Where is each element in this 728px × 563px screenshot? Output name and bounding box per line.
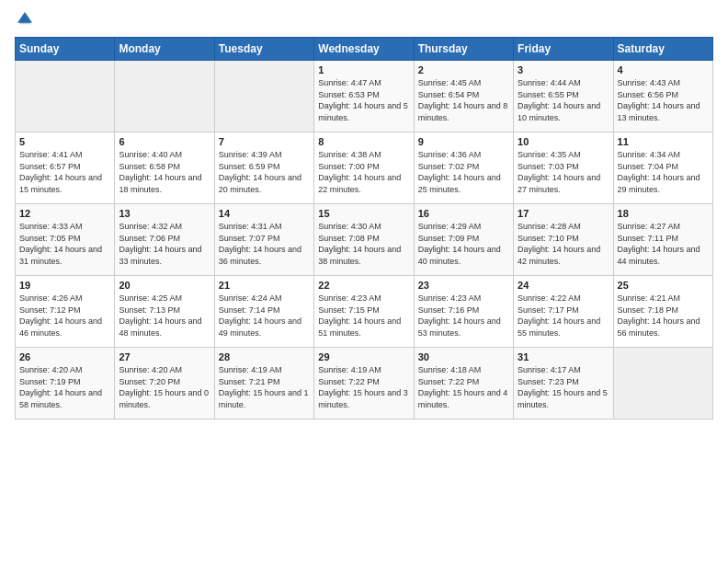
day-info: Sunrise: 4:30 AMSunset: 7:08 PMDaylight:… [318,221,409,267]
calendar-cell: 24Sunrise: 4:22 AMSunset: 7:17 PMDayligh… [514,276,613,348]
calendar-cell: 23Sunrise: 4:23 AMSunset: 7:16 PMDayligh… [414,276,513,348]
day-number: 22 [318,280,409,291]
day-number: 10 [518,136,609,147]
day-number: 17 [518,208,609,219]
calendar-cell: 16Sunrise: 4:29 AMSunset: 7:09 PMDayligh… [414,204,513,276]
day-number: 4 [618,64,709,75]
calendar-cell: 5Sunrise: 4:41 AMSunset: 6:57 PMDaylight… [16,132,115,204]
day-number: 25 [618,280,709,291]
day-number: 15 [318,208,409,219]
calendar-cell [613,348,712,419]
day-number: 27 [119,351,210,362]
calendar-week-row: 5Sunrise: 4:41 AMSunset: 6:57 PMDaylight… [16,132,713,204]
calendar-cell: 2Sunrise: 4:45 AMSunset: 6:54 PMDaylight… [414,61,513,132]
day-number: 18 [618,208,709,219]
day-info: Sunrise: 4:34 AMSunset: 7:04 PMDaylight:… [618,149,709,195]
calendar-table: SundayMondayTuesdayWednesdayThursdayFrid… [15,37,713,419]
day-number: 5 [19,136,110,147]
calendar-cell: 18Sunrise: 4:27 AMSunset: 7:11 PMDayligh… [613,204,712,276]
day-info: Sunrise: 4:44 AMSunset: 6:55 PMDaylight:… [518,77,609,123]
calendar-cell: 30Sunrise: 4:18 AMSunset: 7:22 PMDayligh… [414,348,513,419]
day-info: Sunrise: 4:18 AMSunset: 7:22 PMDaylight:… [418,364,509,410]
calendar-cell: 22Sunrise: 4:23 AMSunset: 7:15 PMDayligh… [314,276,414,348]
logo [15,9,39,29]
day-number: 21 [219,280,310,291]
day-number: 3 [518,64,609,75]
day-info: Sunrise: 4:47 AMSunset: 6:53 PMDaylight:… [318,77,409,123]
day-info: Sunrise: 4:20 AMSunset: 7:19 PMDaylight:… [19,364,110,410]
day-number: 6 [119,136,210,147]
calendar-week-row: 1Sunrise: 4:47 AMSunset: 6:53 PMDaylight… [16,61,713,132]
weekday-header: Monday [115,38,214,61]
header [15,9,713,29]
day-info: Sunrise: 4:17 AMSunset: 7:23 PMDaylight:… [518,364,609,410]
day-number: 19 [19,280,110,291]
day-info: Sunrise: 4:21 AMSunset: 7:18 PMDaylight:… [618,293,709,339]
calendar-cell: 14Sunrise: 4:31 AMSunset: 7:07 PMDayligh… [214,204,313,276]
weekday-header: Wednesday [314,38,414,61]
day-number: 23 [418,280,509,291]
calendar-cell: 10Sunrise: 4:35 AMSunset: 7:03 PMDayligh… [514,132,613,204]
day-info: Sunrise: 4:39 AMSunset: 6:59 PMDaylight:… [219,149,310,195]
calendar-cell: 19Sunrise: 4:26 AMSunset: 7:12 PMDayligh… [16,276,115,348]
weekday-header: Tuesday [214,38,313,61]
day-number: 28 [219,351,310,362]
calendar-cell: 28Sunrise: 4:19 AMSunset: 7:21 PMDayligh… [214,348,313,419]
day-info: Sunrise: 4:24 AMSunset: 7:14 PMDaylight:… [219,293,310,339]
day-number: 31 [518,351,609,362]
day-info: Sunrise: 4:45 AMSunset: 6:54 PMDaylight:… [418,77,509,123]
day-info: Sunrise: 4:27 AMSunset: 7:11 PMDaylight:… [618,221,709,267]
header-row: SundayMondayTuesdayWednesdayThursdayFrid… [16,38,713,61]
calendar-cell: 25Sunrise: 4:21 AMSunset: 7:18 PMDayligh… [613,276,712,348]
calendar-cell: 31Sunrise: 4:17 AMSunset: 7:23 PMDayligh… [514,348,613,419]
day-info: Sunrise: 4:41 AMSunset: 6:57 PMDaylight:… [19,149,110,195]
calendar-cell: 7Sunrise: 4:39 AMSunset: 6:59 PMDaylight… [214,132,313,204]
weekday-header: Saturday [613,38,712,61]
logo-icon [15,9,35,29]
day-info: Sunrise: 4:26 AMSunset: 7:12 PMDaylight:… [19,293,110,339]
calendar-cell: 8Sunrise: 4:38 AMSunset: 7:00 PMDaylight… [314,132,414,204]
calendar-cell: 26Sunrise: 4:20 AMSunset: 7:19 PMDayligh… [16,348,115,419]
calendar-cell [214,61,313,132]
day-info: Sunrise: 4:23 AMSunset: 7:15 PMDaylight:… [318,293,409,339]
day-info: Sunrise: 4:25 AMSunset: 7:13 PMDaylight:… [119,293,210,339]
weekday-header: Sunday [16,38,115,61]
day-info: Sunrise: 4:22 AMSunset: 7:17 PMDaylight:… [518,293,609,339]
day-info: Sunrise: 4:40 AMSunset: 6:58 PMDaylight:… [119,149,210,195]
day-info: Sunrise: 4:36 AMSunset: 7:02 PMDaylight:… [418,149,509,195]
calendar-week-row: 12Sunrise: 4:33 AMSunset: 7:05 PMDayligh… [16,204,713,276]
day-number: 7 [219,136,310,147]
day-info: Sunrise: 4:31 AMSunset: 7:07 PMDaylight:… [219,221,310,267]
calendar-page: SundayMondayTuesdayWednesdayThursdayFrid… [0,0,728,563]
calendar-cell: 13Sunrise: 4:32 AMSunset: 7:06 PMDayligh… [115,204,214,276]
calendar-cell: 27Sunrise: 4:20 AMSunset: 7:20 PMDayligh… [115,348,214,419]
day-info: Sunrise: 4:19 AMSunset: 7:22 PMDaylight:… [318,364,409,410]
calendar-cell [115,61,214,132]
day-number: 29 [318,351,409,362]
day-info: Sunrise: 4:20 AMSunset: 7:20 PMDaylight:… [119,364,210,410]
day-info: Sunrise: 4:28 AMSunset: 7:10 PMDaylight:… [518,221,609,267]
day-number: 11 [618,136,709,147]
calendar-week-row: 26Sunrise: 4:20 AMSunset: 7:19 PMDayligh… [16,348,713,419]
calendar-cell: 20Sunrise: 4:25 AMSunset: 7:13 PMDayligh… [115,276,214,348]
calendar-cell: 3Sunrise: 4:44 AMSunset: 6:55 PMDaylight… [514,61,613,132]
calendar-week-row: 19Sunrise: 4:26 AMSunset: 7:12 PMDayligh… [16,276,713,348]
day-number: 13 [119,208,210,219]
calendar-cell: 9Sunrise: 4:36 AMSunset: 7:02 PMDaylight… [414,132,513,204]
calendar-cell: 15Sunrise: 4:30 AMSunset: 7:08 PMDayligh… [314,204,414,276]
day-info: Sunrise: 4:32 AMSunset: 7:06 PMDaylight:… [119,221,210,267]
calendar-cell: 1Sunrise: 4:47 AMSunset: 6:53 PMDaylight… [314,61,414,132]
day-info: Sunrise: 4:29 AMSunset: 7:09 PMDaylight:… [418,221,509,267]
day-number: 2 [418,64,509,75]
calendar-cell: 21Sunrise: 4:24 AMSunset: 7:14 PMDayligh… [214,276,313,348]
calendar-cell: 17Sunrise: 4:28 AMSunset: 7:10 PMDayligh… [514,204,613,276]
calendar-cell: 12Sunrise: 4:33 AMSunset: 7:05 PMDayligh… [16,204,115,276]
day-number: 30 [418,351,509,362]
day-number: 1 [318,64,409,75]
day-info: Sunrise: 4:38 AMSunset: 7:00 PMDaylight:… [318,149,409,195]
day-number: 14 [219,208,310,219]
weekday-header: Friday [514,38,613,61]
day-info: Sunrise: 4:19 AMSunset: 7:21 PMDaylight:… [219,364,310,410]
day-number: 20 [119,280,210,291]
day-number: 16 [418,208,509,219]
